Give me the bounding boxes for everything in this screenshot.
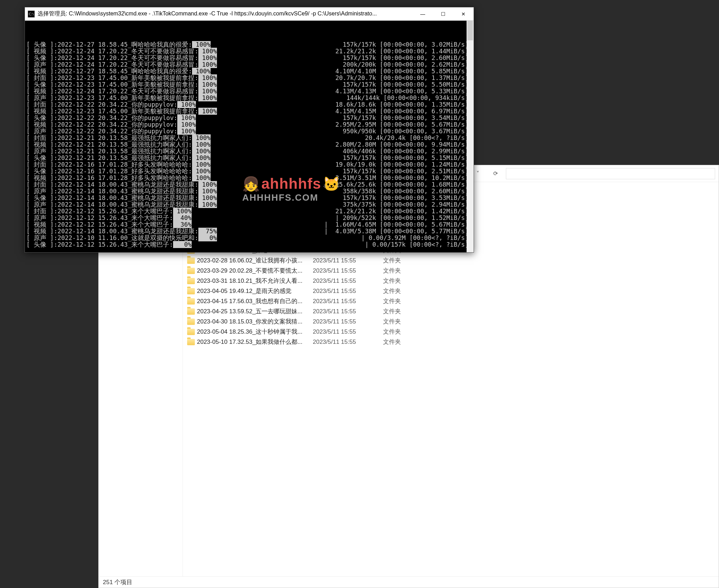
cmd-line: [ 视频 ]:2022-12-21 20.13.58_最强抵抗力啊家人们: 10… bbox=[26, 141, 472, 148]
cmd-line: [ 头像 ]:2022-12-16 17.01.28_好多头发啊哈哈哈哈: 10… bbox=[26, 168, 472, 175]
cmd-line-right: 144k/144k [00:00<00:00, 934kiB/s] bbox=[347, 95, 472, 101]
folder-icon bbox=[183, 278, 197, 284]
cmd-line: [ 原声 ]:2022-12-22 20.34.22_你的puppylov: 1… bbox=[26, 128, 472, 135]
folder-date: 2023/5/11 15:55 bbox=[313, 298, 383, 305]
cmd-line: [ 封面 ]:2022-12-22 20.34.22_你的puppylov: 1… bbox=[26, 101, 472, 108]
cmd-line-left: [ 视频 ]:2022-12-14 18.00.43_蜜桃乌龙甜还是我甜康: 7… bbox=[26, 228, 217, 235]
cmd-line-left: [ 原声 ]:2022-12-24 17.20.22_冬天可不要做容易感冒: 1… bbox=[26, 61, 217, 68]
folder-row[interactable]: 2023-04-30 18.15.03_你发的文案我猜...2023/5/11 … bbox=[183, 316, 719, 327]
cmd-line-right: 2.95M/2.95M [00:00<00:00, 5.67MiB/s] bbox=[335, 121, 472, 128]
cmd-line-left: [ 原声 ]:2022-12-10 11.16.00_这就是双摄的快乐吧和: 0… bbox=[26, 235, 217, 241]
cmd-line-left: [ 视频 ]:2022-12-24 17.20.22_冬天可不要做容易感冒: 1… bbox=[26, 88, 217, 95]
cmd-line: [ 视频 ]:2022-12-12 15.26.43_来个大嘴巴子: 36%| … bbox=[26, 221, 472, 228]
cmd-line-left: [ 原声 ]:2022-12-12 15.26.43_来个大嘴巴子: 40% bbox=[26, 215, 192, 221]
cmd-line: [ 头像 ]:2022-12-21 20.13.58_最强抵抗力啊家人们: 10… bbox=[26, 155, 472, 161]
cmd-line-right: 157k/157k [00:00<00:00, 2.60MiB/s] bbox=[343, 55, 472, 61]
cmd-line: [ 原声 ]:2022-12-12 15.26.43_来个大嘴巴子: 40%| … bbox=[26, 215, 472, 221]
cmd-line-right: 157k/157k [00:00<00:00, 5.50MiB/s] bbox=[343, 81, 472, 88]
search-input[interactable] bbox=[506, 168, 715, 179]
folder-name: 2023-05-10 17.32.53_如果我做什么都... bbox=[197, 338, 313, 346]
cmd-line-left: [ 头像 ]:2022-12-14 18.00.43_蜜桃乌龙甜还是我甜康: 1… bbox=[26, 195, 217, 201]
cmd-line: [ 视频 ]:2022-12-24 17.20.22_冬天可不要做容易感冒: 1… bbox=[26, 48, 472, 55]
folder-row[interactable]: 2023-04-05 19.49.12_是雨天的感觉2023/5/11 15:5… bbox=[183, 286, 719, 296]
cmd-line: [ 视频 ]:2022-12-14 18.00.43_蜜桃乌龙甜还是我甜康: 7… bbox=[26, 228, 472, 235]
cmd-line: [ 封面 ]:2022-12-14 18.00.43_蜜桃乌龙甜还是我甜康: 1… bbox=[26, 181, 472, 188]
cmd-line-left: [ 视频 ]:2022-12-21 20.13.58_最强抵抗力啊家人们: 10… bbox=[26, 141, 211, 148]
cmd-line-right: 375k/375k [00:00<00:00, 2.94MiB/s] bbox=[343, 201, 472, 208]
cmd-line-left: [ 封面 ]:2022-12-21 20.13.58_最强抵抗力啊家人们: 10… bbox=[26, 135, 211, 141]
cmd-line: [ 视频 ]:2022-12-16 17.01.28_好多头发啊哈哈哈哈: 10… bbox=[26, 175, 472, 181]
cmd-line-left: [ 原声 ]:2022-12-14 18.00.43_蜜桃乌龙甜还是我甜康: 1… bbox=[26, 201, 217, 208]
cmd-line-right: 3.51M/3.51M [00:00<00:00, 10.2MiB/s] bbox=[335, 175, 472, 181]
cmd-line-right: 21.2k/21.2k [00:00<00:00, 1.44MiB/s] bbox=[335, 48, 472, 55]
folder-icon bbox=[183, 298, 197, 305]
minimize-button[interactable]: — bbox=[413, 7, 433, 21]
close-button[interactable]: ✕ bbox=[453, 7, 474, 21]
folder-type: 文件夹 bbox=[383, 297, 425, 305]
folder-date: 2023/5/11 15:55 bbox=[313, 318, 383, 325]
folder-row[interactable]: 2023-03-31 18.10.21_我不允许没人看...2023/5/11 … bbox=[183, 276, 719, 286]
cmd-scroll-thumb[interactable] bbox=[467, 21, 473, 40]
cmd-line: [ 封面 ]:2022-12-21 20.13.58_最强抵抗力啊家人们: 10… bbox=[26, 135, 472, 141]
cmd-line-right: 20.7k/20.7k [00:00<00:00, 1.37MiB/s] bbox=[335, 75, 472, 81]
cmd-titlebar[interactable]: C:\ 选择管理员: C:\Windows\system32\cmd.exe -… bbox=[25, 7, 474, 21]
cmd-line-right: 25.6k/25.6k [00:00<00:00, 1.68MiB/s] bbox=[335, 181, 472, 188]
folder-name: 2023-04-05 19.49.12_是雨天的感觉 bbox=[197, 287, 313, 295]
cmd-line-right: 200k/200k [00:00<00:00, 2.62MiB/s] bbox=[343, 61, 472, 68]
cmd-line-left: [ 原声 ]:2022-12-14 18.00.43_蜜桃乌龙甜还是我甜康: 1… bbox=[26, 188, 217, 195]
cmd-line-right: | 0.00/3.92M [00:00<?, ?iB/s] bbox=[361, 235, 472, 241]
cmd-line: [ 原声 ]:2022-12-14 18.00.43_蜜桃乌龙甜还是我甜康: 1… bbox=[26, 201, 472, 208]
folder-icon bbox=[183, 339, 197, 345]
folder-date: 2023/5/11 15:55 bbox=[313, 308, 383, 315]
folder-row[interactable]: 2023-05-04 18.25.36_这十秒钟属于我...2023/5/11 … bbox=[183, 327, 719, 337]
folder-icon bbox=[183, 258, 197, 264]
cmd-scrollbar[interactable] bbox=[467, 21, 474, 252]
cmd-line-right: 406k/406k [00:00<00:00, 2.99MiB/s] bbox=[343, 148, 472, 155]
folder-icon bbox=[183, 319, 197, 325]
cmd-line: [ 原声 ]:2022-12-23 17.45.00_新年美貌被我提前拿捏: 1… bbox=[26, 95, 472, 101]
cmd-line-right: 4.13M/4.13M [00:00<00:00, 5.33MiB/s] bbox=[335, 88, 472, 95]
folder-date: 2023/5/11 15:55 bbox=[313, 267, 383, 274]
folder-row[interactable]: 2023-05-10 17.32.53_如果我做什么都...2023/5/11 … bbox=[183, 337, 719, 347]
cmd-line-left: [ 头像 ]:2022-12-16 17.01.28_好多头发啊哈哈哈哈: 10… bbox=[26, 168, 211, 175]
cmd-line: [ 头像 ]:2022-12-14 18.00.43_蜜桃乌龙甜还是我甜康: 1… bbox=[26, 195, 472, 201]
cmd-line-left: [ 视频 ]:2022-12-24 17.20.22_冬天可不要做容易感冒: 1… bbox=[26, 48, 217, 55]
cmd-line-left: [ 头像 ]:2022-12-23 17.45.00_新年美貌被我提前拿捏: 1… bbox=[26, 81, 217, 88]
cmd-line-right: 157k/157k [00:00<00:00, 3.02MiB/s] bbox=[343, 41, 472, 48]
cmd-line: [ 封面 ]:2022-12-23 17.45.00_新年美貌被我提前拿捏: 1… bbox=[26, 75, 472, 81]
cmd-line-left: [ 头像 ]:2022-12-21 20.13.58_最强抵抗力啊家人们: 10… bbox=[26, 155, 211, 161]
folder-row[interactable]: 2023-04-25 13.59.52_五一去哪玩甜妹...2023/5/11 … bbox=[183, 306, 719, 316]
cmd-line-right: 19.0k/19.0k [00:00<00:00, 1.24MiB/s] bbox=[335, 161, 472, 168]
refresh-button[interactable]: ⟳ bbox=[488, 168, 502, 179]
cmd-line: [ 头像 ]:2022-12-12 15.26.43_来个大嘴巴子: 0%| 0… bbox=[26, 241, 472, 248]
folder-date: 2023/5/11 15:55 bbox=[313, 257, 383, 264]
folder-row[interactable]: 2023-03-29 20.02.28_不要慌不要慌太...2023/5/11 … bbox=[183, 266, 719, 276]
cmd-line-right: | 209k/522k [00:00<00:00, 1.52MiB/s] bbox=[335, 215, 472, 221]
folder-name: 2023-04-25 13.59.52_五一去哪玩甜妹... bbox=[197, 307, 313, 315]
maximize-button[interactable]: ☐ bbox=[433, 7, 453, 21]
cmd-line-right: 21.2k/21.2k [00:00<00:00, 1.42MiB/s] bbox=[335, 208, 472, 215]
cmd-line-left: [ 原声 ]:2022-12-22 20.34.22_你的puppylov: 1… bbox=[26, 128, 196, 135]
cmd-line-right: 20.4k/20.4k [00:00<?, ?iB/s] bbox=[365, 135, 472, 141]
cmd-line-right: 157k/157k [00:00<00:00, 3.54MiB/s] bbox=[343, 115, 472, 121]
folder-date: 2023/5/11 15:55 bbox=[313, 278, 383, 285]
folder-name: 2023-03-29 20.02.28_不要慌不要慌太... bbox=[197, 267, 313, 275]
cmd-line: [ 头像 ]:2022-12-24 17.20.22_冬天可不要做容易感冒: 1… bbox=[26, 55, 472, 61]
folder-name: 2023-04-30 18.15.03_你发的文案我猜... bbox=[197, 318, 313, 326]
folder-type: 文件夹 bbox=[383, 328, 425, 336]
cmd-title-text: 选择管理员: C:\Windows\system32\cmd.exe - .\T… bbox=[38, 10, 413, 18]
cmd-line: [ 原声 ]:2022-12-14 18.00.43_蜜桃乌龙甜还是我甜康: 1… bbox=[26, 188, 472, 195]
cmd-line-left: [ 视频 ]:2022-12-12 15.26.43_来个大嘴巴子: 36% bbox=[26, 221, 192, 228]
cmd-line-left: [ 视频 ]:2022-12-22 20.34.22_你的puppylov: 1… bbox=[26, 121, 196, 128]
cmd-line-right: 157k/157k [00:00<00:00, 5.15MiB/s] bbox=[343, 155, 472, 161]
folder-row[interactable]: 2023-04-15 17.56.03_我也想有自己的...2023/5/11 … bbox=[183, 296, 719, 306]
cmd-line-left: [ 封面 ]:2022-12-16 17.01.28_好多头发啊哈哈哈哈: 10… bbox=[26, 161, 211, 168]
cmd-line-left: [ 封面 ]:2022-12-23 17.45.00_新年美貌被我提前拿捏: 1… bbox=[26, 75, 217, 81]
cmd-output[interactable]: [ 头像 ]:2022-12-27 18.58.45_啊哈哈哈我真的很爱: 10… bbox=[25, 21, 474, 252]
folder-row[interactable]: 2023-02-28 16.06.02_谁让我拥有小孩...2023/5/11 … bbox=[183, 255, 719, 266]
cmd-line-right: 358k/358k [00:00<00:00, 2.60MiB/s] bbox=[343, 188, 472, 195]
cmd-window: C:\ 选择管理员: C:\Windows\system32\cmd.exe -… bbox=[25, 7, 474, 253]
cmd-line-left: [ 封面 ]:2022-12-22 20.34.22_你的puppylov: 1… bbox=[26, 101, 196, 108]
cmd-line: [ 视频 ]:2022-12-23 17.45.00_新年美貌被我提前拿捏: 1… bbox=[26, 108, 472, 115]
cmd-line-right: 950k/950k [00:00<00:00, 3.67MiB/s] bbox=[343, 128, 472, 135]
